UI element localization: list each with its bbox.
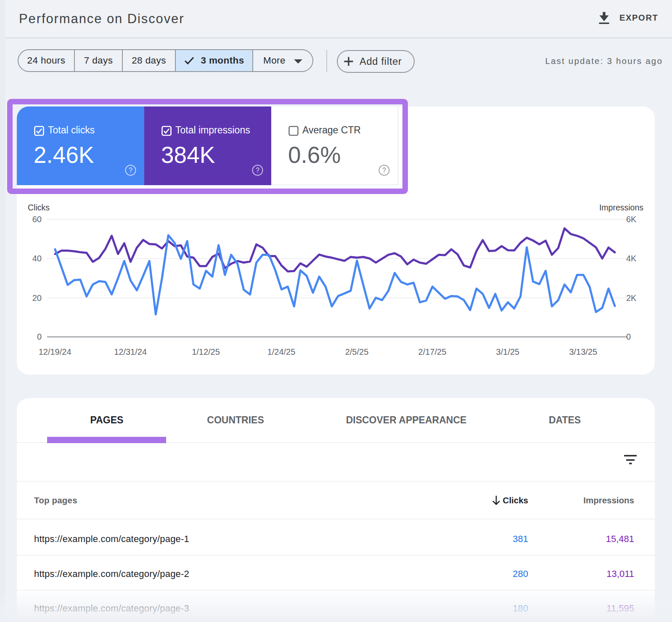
svg-text:2/17/25: 2/17/25 bbox=[418, 347, 447, 356]
svg-text:1/12/25: 1/12/25 bbox=[192, 347, 220, 356]
svg-text:60: 60 bbox=[32, 215, 42, 224]
svg-text:2K: 2K bbox=[626, 293, 637, 303]
svg-text:2/5/25: 2/5/25 bbox=[345, 347, 369, 356]
svg-text:0: 0 bbox=[626, 332, 631, 341]
svg-text:40: 40 bbox=[32, 254, 42, 263]
svg-text:3/13/25: 3/13/25 bbox=[569, 347, 597, 356]
svg-text:4K: 4K bbox=[626, 254, 637, 263]
svg-text:20: 20 bbox=[32, 293, 42, 303]
svg-text:3/1/25: 3/1/25 bbox=[496, 347, 520, 356]
svg-text:Impressions: Impressions bbox=[599, 203, 643, 212]
svg-text:1/24/25: 1/24/25 bbox=[267, 347, 296, 356]
svg-text:Clicks: Clicks bbox=[28, 203, 50, 212]
svg-text:12/31/24: 12/31/24 bbox=[114, 347, 147, 356]
svg-text:0: 0 bbox=[37, 332, 42, 341]
svg-text:6K: 6K bbox=[626, 215, 637, 224]
svg-text:12/19/24: 12/19/24 bbox=[39, 347, 71, 356]
